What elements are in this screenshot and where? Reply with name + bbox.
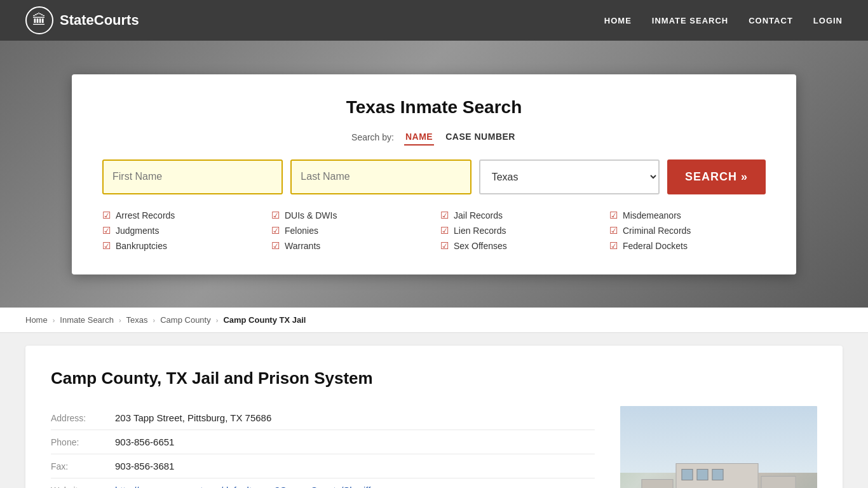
check-label: Misdemeanors bbox=[623, 210, 681, 220]
check-label: Judgments bbox=[116, 226, 159, 236]
tab-name[interactable]: NAME bbox=[404, 129, 434, 146]
checkbox-icon: ☑ bbox=[102, 225, 111, 236]
breadcrumb-home[interactable]: Home bbox=[25, 315, 48, 325]
info-table: Address: 203 Tapp Street, Pittsburg, TX … bbox=[51, 406, 595, 488]
check-item: ☑Lien Records bbox=[440, 225, 597, 236]
checkbox-icon: ☑ bbox=[440, 225, 449, 236]
sep2: › bbox=[119, 316, 121, 324]
breadcrumb-current: Camp County TX Jail bbox=[223, 315, 306, 325]
hero-section: COURTHOUSE Texas Inmate Search Search by… bbox=[0, 41, 868, 308]
check-item: ☑DUIs & DWIs bbox=[271, 210, 428, 221]
logo-icon: 🏛 bbox=[25, 6, 53, 34]
phone-row: Phone: 903-856-6651 bbox=[51, 430, 595, 454]
search-button[interactable]: SEARCH » bbox=[667, 159, 766, 194]
sep3: › bbox=[153, 316, 156, 324]
checkbox-icon: ☑ bbox=[271, 225, 280, 236]
fax-value: 903-856-3681 bbox=[115, 461, 174, 471]
checkbox-icon: ☑ bbox=[609, 225, 618, 236]
check-item: ☑Federal Dockets bbox=[609, 240, 766, 252]
fax-row: Fax: 903-856-3681 bbox=[51, 454, 595, 478]
checkbox-icon: ☑ bbox=[440, 240, 449, 252]
check-label: DUIs & DWIs bbox=[285, 210, 337, 220]
modal-title: Texas Inmate Search bbox=[102, 97, 766, 118]
website-label: Website: bbox=[51, 485, 105, 488]
check-item: ☑Jail Records bbox=[440, 210, 597, 221]
content-body: Address: 203 Tapp Street, Pittsburg, TX … bbox=[51, 406, 817, 488]
check-label: Bankruptcies bbox=[116, 241, 167, 251]
checkbox-icon: ☑ bbox=[102, 240, 111, 252]
address-value: 203 Tapp Street, Pittsburg, TX 75686 bbox=[115, 412, 271, 423]
website-link[interactable]: http://www.co.camp.tx.us/default.aspx?Ca… bbox=[115, 485, 370, 488]
check-label: Felonies bbox=[285, 226, 318, 236]
main-nav: HOME INMATE SEARCH CONTACT LOGIN bbox=[604, 16, 843, 25]
check-item: ☑Sex Offenses bbox=[440, 240, 597, 252]
site-header: 🏛 StateCourts HOME INMATE SEARCH CONTACT… bbox=[0, 0, 868, 41]
search-by-label: Search by: bbox=[351, 132, 394, 142]
address-row: Address: 203 Tapp Street, Pittsburg, TX … bbox=[51, 406, 595, 430]
sep4: › bbox=[216, 316, 219, 324]
jail-image bbox=[620, 406, 817, 488]
building-silhouette bbox=[642, 463, 796, 488]
breadcrumb-county[interactable]: Camp County bbox=[160, 315, 210, 325]
check-item: ☑Felonies bbox=[271, 225, 428, 236]
last-name-input[interactable] bbox=[290, 159, 471, 194]
checkbox-icon: ☑ bbox=[440, 210, 449, 221]
check-item: ☑Warrants bbox=[271, 240, 428, 252]
check-label: Criminal Records bbox=[623, 226, 691, 236]
main-content: Camp County, TX Jail and Prison System A… bbox=[0, 333, 868, 488]
check-item: ☑Judgments bbox=[102, 225, 259, 236]
check-item: ☑Criminal Records bbox=[609, 225, 766, 236]
check-label: Warrants bbox=[285, 241, 320, 251]
breadcrumb-state[interactable]: Texas bbox=[126, 315, 148, 325]
breadcrumb: Home › Inmate Search › Texas › Camp Coun… bbox=[0, 308, 868, 333]
address-label: Address: bbox=[51, 413, 105, 423]
check-label: Arrest Records bbox=[116, 210, 175, 220]
check-item: ☑Bankruptcies bbox=[102, 240, 259, 252]
checkbox-icon: ☑ bbox=[271, 240, 280, 252]
nav-inmate-search[interactable]: INMATE SEARCH bbox=[652, 16, 728, 25]
search-modal: Texas Inmate Search Search by: NAME CASE… bbox=[72, 74, 796, 274]
breadcrumb-inmate-search[interactable]: Inmate Search bbox=[60, 315, 114, 325]
check-label: Lien Records bbox=[454, 226, 506, 236]
tab-case-number[interactable]: CASE NUMBER bbox=[444, 129, 517, 146]
checkbox-icon: ☑ bbox=[102, 210, 111, 221]
record-types-grid: ☑Arrest Records☑DUIs & DWIs☑Jail Records… bbox=[102, 210, 766, 252]
content-card: Camp County, TX Jail and Prison System A… bbox=[25, 346, 843, 488]
content-title: Camp County, TX Jail and Prison System bbox=[51, 369, 817, 388]
phone-label: Phone: bbox=[51, 437, 105, 447]
website-row: Website: http://www.co.camp.tx.us/defaul… bbox=[51, 478, 595, 488]
fax-label: Fax: bbox=[51, 461, 105, 471]
nav-login[interactable]: LOGIN bbox=[813, 16, 843, 25]
nav-contact[interactable]: CONTACT bbox=[749, 16, 793, 25]
check-label: Federal Dockets bbox=[623, 241, 688, 251]
nav-home[interactable]: HOME bbox=[604, 16, 632, 25]
logo-text: StateCourts bbox=[60, 12, 139, 29]
check-label: Jail Records bbox=[454, 210, 503, 220]
phone-value: 903-856-6651 bbox=[115, 437, 174, 447]
check-item: ☑Arrest Records bbox=[102, 210, 259, 221]
logo[interactable]: 🏛 StateCourts bbox=[25, 6, 139, 34]
state-select[interactable]: Texas bbox=[479, 159, 660, 194]
checkbox-icon: ☑ bbox=[271, 210, 280, 221]
check-label: Sex Offenses bbox=[454, 241, 507, 251]
checkbox-icon: ☑ bbox=[609, 240, 618, 252]
search-inputs: Texas SEARCH » bbox=[102, 159, 766, 194]
checkbox-icon: ☑ bbox=[609, 210, 618, 221]
check-item: ☑Misdemeanors bbox=[609, 210, 766, 221]
sep1: › bbox=[53, 316, 55, 324]
first-name-input[interactable] bbox=[102, 159, 283, 194]
search-by-row: Search by: NAME CASE NUMBER bbox=[102, 129, 766, 146]
